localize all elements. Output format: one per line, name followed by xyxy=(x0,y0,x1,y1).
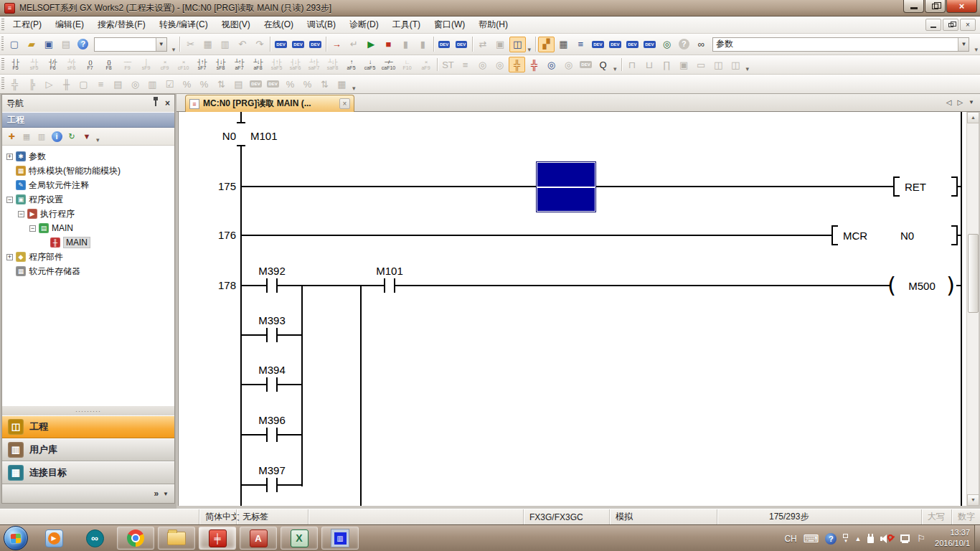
open-contact-icon[interactable]: ┤├F5 xyxy=(6,57,24,73)
sfc-step-icon[interactable]: ╠ xyxy=(24,76,40,92)
tree-item-pou[interactable]: + ◆ 程序部件 xyxy=(2,250,174,264)
tree-item-device-memory[interactable]: ▦ 软元件存储器 xyxy=(2,264,174,278)
toolbar-overflow-icon[interactable]: ▾ xyxy=(526,46,534,53)
delete-vertical-line-icon[interactable]: ×cF10 xyxy=(174,57,192,73)
menu-item[interactable]: 转换/编译(C) xyxy=(153,16,215,34)
contact-m392[interactable] xyxy=(266,278,278,293)
scroll-down-icon[interactable]: ▼ xyxy=(967,494,979,506)
help-question-icon[interactable]: ? xyxy=(676,37,692,52)
restore-button[interactable] xyxy=(925,0,946,13)
menu-item[interactable]: 调试(B) xyxy=(301,16,342,34)
sfc-zoom-icon[interactable]: ◎ xyxy=(127,76,143,92)
mdi-minimize-button[interactable] xyxy=(925,19,941,31)
tree-item-main[interactable]: ╫ MAIN xyxy=(2,235,174,250)
tree-expander-icon[interactable] xyxy=(41,240,47,246)
tree-item-execution-program[interactable]: − ▶ 执行程序 xyxy=(2,207,174,221)
change-value-icon[interactable]: ∏ xyxy=(659,57,675,72)
ladder-editor[interactable]: N0 M101 175 RET 176 MCR xyxy=(178,112,979,506)
watch-window-icon[interactable]: DEV xyxy=(641,37,658,52)
rising-pulse-close-icon[interactable]: ┤↑├saF5 xyxy=(268,57,286,73)
chevron-down-icon[interactable]: ▾ xyxy=(94,136,102,143)
jump-source-icon[interactable]: ▣ xyxy=(676,57,692,72)
delete-horizontal-line-icon[interactable]: ×cF9 xyxy=(156,57,174,73)
sfc-block-list-icon[interactable]: ╬ xyxy=(6,76,23,92)
menu-item[interactable]: 诊断(D) xyxy=(343,16,385,34)
help-icon[interactable]: ? xyxy=(75,37,91,52)
keyboard-icon[interactable]: ⌨ xyxy=(804,533,819,544)
navigation-window-icon[interactable]: ▞ xyxy=(538,37,555,52)
nav-refresh-icon[interactable]: ↻ xyxy=(65,130,79,143)
jump-destination-icon[interactable]: ▭ xyxy=(693,57,710,72)
zoom-icon[interactable]: Q xyxy=(595,57,611,72)
device-registration-monitor-icon[interactable]: DEV xyxy=(453,37,470,52)
taskbar-excel-icon[interactable]: X xyxy=(281,527,318,550)
comment-display-icon[interactable]: % xyxy=(282,76,298,92)
contact-m396[interactable] xyxy=(266,428,278,442)
nav-property-icon[interactable]: i xyxy=(50,130,64,143)
coil-icon[interactable]: ( )F7 xyxy=(81,57,99,73)
open-branch-icon[interactable]: ┴├sF5 xyxy=(25,57,43,73)
save-icon[interactable]: ▣ xyxy=(40,37,57,52)
remote-operation-icon[interactable]: ▣ xyxy=(492,37,509,52)
more-panes-icon[interactable]: » xyxy=(154,489,159,499)
tray-language[interactable]: CH xyxy=(784,534,796,544)
taskbar-explorer-icon[interactable] xyxy=(158,527,195,550)
falling-pulse-icon[interactable]: ┤↓├sF8 xyxy=(212,57,230,73)
contact-m393[interactable] xyxy=(266,328,278,342)
sfc-jump-icon[interactable]: ╫ xyxy=(58,76,75,92)
coil-label[interactable]: M500 xyxy=(899,280,945,292)
sfc-selection-icon[interactable]: ▤ xyxy=(110,76,126,92)
tray-expand-icon[interactable]: ▲ xyxy=(854,535,861,542)
menu-item[interactable]: 窗口(W) xyxy=(428,16,471,34)
falling-pulse-branch-icon[interactable]: ┴↓├aF8 xyxy=(249,57,267,73)
redo-icon[interactable]: ↷ xyxy=(251,37,268,52)
monitor-display-icon[interactable]: ▦ xyxy=(334,76,350,92)
toolbar-grip[interactable] xyxy=(1,37,4,51)
close-branch-icon[interactable]: ┴/├sF6 xyxy=(62,57,80,73)
edit-cursor[interactable] xyxy=(537,162,595,212)
close-button[interactable]: × xyxy=(946,0,977,13)
pin-icon[interactable] xyxy=(155,100,156,106)
menu-item[interactable]: 编辑(E) xyxy=(49,16,90,34)
device-display2-icon[interactable]: DEV xyxy=(265,76,281,92)
sfc-comment-icon[interactable]: ▥ xyxy=(144,76,161,92)
sfc-transition-icon[interactable]: ▷ xyxy=(41,76,57,92)
volume-muted-icon[interactable] xyxy=(880,533,893,545)
taskbar-chrome-icon[interactable] xyxy=(117,527,154,550)
tree-item-parameter[interactable]: + ✱ 参数 xyxy=(2,149,174,164)
window-cascade-icon[interactable]: ◫ xyxy=(727,57,744,72)
device-display-icon[interactable]: DEV xyxy=(248,76,264,92)
nav-copy-icon[interactable]: ▦ xyxy=(19,130,34,143)
application-instruction-icon[interactable]: { }F8 xyxy=(100,57,118,73)
horizontal-line-icon[interactable]: ──F9 xyxy=(118,57,136,73)
rising-pulse-branch-icon[interactable]: ┴↑├aF7 xyxy=(230,57,248,73)
monitor-write-icon[interactable]: ▮ xyxy=(415,37,431,52)
tray-window-icon[interactable]: ▾ xyxy=(843,534,848,543)
program-check2-icon[interactable]: % xyxy=(196,76,212,92)
cross-reference-icon[interactable]: ∞ xyxy=(693,37,710,52)
pulse-conversion-icon[interactable]: ↓caF5 xyxy=(361,57,379,73)
device-batch-monitor-icon[interactable]: DEV xyxy=(436,37,453,52)
device-batch-icon[interactable]: DEV xyxy=(624,37,641,52)
taskbar-wmp-icon[interactable]: ▶ xyxy=(35,527,72,550)
mdi-restore-button[interactable] xyxy=(943,19,958,31)
sfc-end-step-icon[interactable]: ▢ xyxy=(75,76,92,92)
panel-close-icon[interactable]: × xyxy=(165,98,170,108)
tab-scroll-right-icon[interactable]: ▷ xyxy=(957,98,963,106)
zoom-header-icon[interactable]: ◎ xyxy=(543,57,560,72)
start-watch-icon[interactable]: ⊓ xyxy=(624,57,641,72)
nav-pane-connection[interactable]: ▦ 连接目标 xyxy=(2,461,174,484)
taskbar-simulator-icon[interactable]: ▥ xyxy=(321,527,359,550)
window-split-icon[interactable]: ◫ xyxy=(710,57,727,72)
power-plug-icon[interactable] xyxy=(867,537,874,543)
tree-expander-icon[interactable] xyxy=(6,268,13,275)
network-icon[interactable] xyxy=(900,534,910,544)
delete-line-icon[interactable]: ×aF9 xyxy=(417,57,435,73)
nav-pane-project[interactable]: ◫ 工程 xyxy=(2,415,174,438)
chevron-down-icon[interactable]: ▼ xyxy=(156,38,166,51)
copy-icon[interactable]: ▦ xyxy=(199,37,216,52)
toolbar-grip[interactable] xyxy=(1,58,4,71)
open-project-icon[interactable]: ▰ xyxy=(23,37,39,52)
undo-icon[interactable]: ↶ xyxy=(234,37,250,52)
monitor-stop-icon[interactable]: ■ xyxy=(380,37,397,52)
